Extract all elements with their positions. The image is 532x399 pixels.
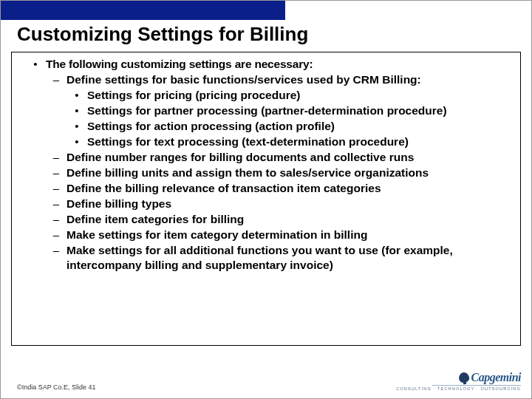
bullet-dash: – (46, 181, 66, 196)
bullet-dash: – (46, 150, 66, 165)
copyright-text: ©India SAP Co.E, Slide 41 (17, 383, 96, 391)
bullet-dash: – (46, 243, 66, 258)
list-item: – Define billing types (46, 197, 513, 211)
item-text: Define the billing relevance of transact… (66, 181, 381, 196)
content-box: • The following customizing settings are… (11, 52, 521, 346)
logo-name: Capgemini (471, 371, 521, 384)
item-text: Define number ranges for billing documen… (66, 150, 414, 165)
list-item: – Define the billing relevance of transa… (46, 181, 513, 196)
spade-icon (459, 372, 471, 383)
logo-tagline: CONSULTING · TECHNOLOGY · OUTSOURCING (396, 386, 521, 391)
subitem-text: Settings for partner processing (partner… (87, 103, 447, 118)
logo-divider (432, 385, 521, 386)
top-accent-bar (1, 1, 285, 20)
list-item: – Define item categories for billing (46, 212, 513, 227)
slide-title: Customizing Settings for Billing (17, 23, 531, 46)
lead-row: • The following customizing settings are… (25, 57, 513, 72)
lead-text: The following customizing settings are n… (46, 57, 313, 72)
item-text: Make settings for item category determin… (66, 228, 367, 242)
item-text: Define billing types (66, 197, 171, 211)
logo: Capgemini CONSULTING · TECHNOLOGY · OUTS… (396, 371, 521, 391)
item-text: Define settings for basic functions/serv… (66, 72, 421, 87)
item-text: Make settings for all additional functio… (66, 243, 513, 273)
slide: Customizing Settings for Billing • The f… (0, 0, 532, 399)
list-subitem: • Settings for pricing (pricing procedur… (66, 88, 513, 103)
bullet-dash: – (46, 197, 66, 211)
bullet-dash: – (46, 212, 66, 227)
bullet-dot: • (66, 88, 87, 103)
list-item: – Define number ranges for billing docum… (46, 150, 513, 165)
bullet-dot: • (66, 103, 87, 118)
list-subitem: • Settings for action processing (action… (66, 119, 513, 134)
list-subitem: • Settings for text processing (text-det… (66, 134, 513, 149)
bullet-dot: • (25, 57, 46, 72)
list-subitem: • Settings for partner processing (partn… (66, 103, 513, 118)
item-text: Define item categories for billing (66, 212, 244, 227)
list-item: – Define billing units and assign them t… (46, 166, 513, 180)
subitem-text: Settings for action processing (action p… (87, 119, 335, 134)
logo-main: Capgemini (459, 371, 521, 384)
subitem-text: Settings for text processing (text-deter… (87, 134, 409, 149)
bullet-dash: – (46, 166, 66, 180)
bullet-dot: • (66, 134, 87, 149)
footer: ©India SAP Co.E, Slide 41 Capgemini CONS… (17, 371, 521, 391)
list-item: – Define settings for basic functions/se… (46, 72, 513, 87)
subitem-text: Settings for pricing (pricing procedure) (87, 88, 301, 103)
list-item: – Make settings for all additional funct… (46, 243, 513, 273)
bullet-dash: – (46, 72, 66, 87)
list-item: – Make settings for item category determ… (46, 228, 513, 242)
item-text: Define billing units and assign them to … (66, 166, 429, 180)
bullet-dot: • (66, 119, 87, 134)
bullet-dash: – (46, 228, 66, 242)
